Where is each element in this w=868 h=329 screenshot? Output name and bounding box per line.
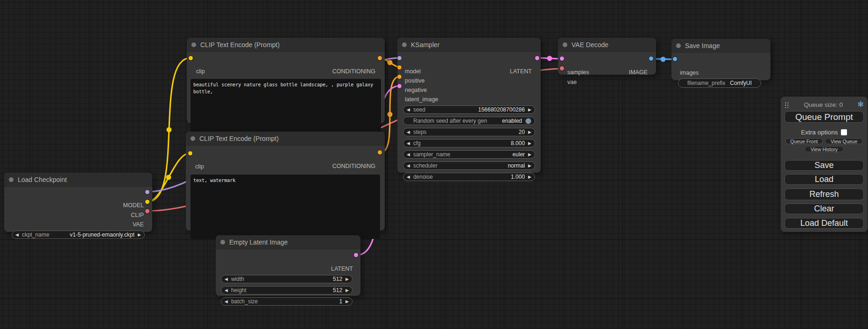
decrement-arrow-icon[interactable]: ◀	[225, 277, 228, 281]
increment-arrow-icon[interactable]: ▶	[528, 175, 531, 179]
input-port-vae[interactable]	[560, 66, 564, 70]
increment-arrow-icon[interactable]: ▶	[528, 141, 531, 146]
input-label-clip: clip	[196, 68, 205, 75]
output-port-clip[interactable]	[145, 200, 149, 204]
view-history-button[interactable]: View History	[804, 146, 844, 152]
widget-cfg[interactable]: ◀ cfg 8.000 ▶	[403, 139, 535, 147]
decrement-arrow-icon[interactable]: ◀	[407, 153, 410, 157]
gear-icon[interactable]: ✻	[858, 101, 864, 108]
prompt-textarea[interactable]: text, watermark	[191, 175, 380, 239]
decrement-arrow-icon[interactable]: ◀	[407, 108, 410, 112]
input-port-images[interactable]	[673, 57, 677, 61]
increment-arrow-icon[interactable]: ▶	[528, 153, 531, 157]
clear-button[interactable]: Clear	[784, 203, 864, 214]
extra-options-label: Extra options	[801, 129, 838, 136]
widget-denoise[interactable]: ◀ denoise 1.000 ▶	[403, 173, 535, 181]
widget-scheduler[interactable]: ◀ scheduler normal ▶	[403, 161, 535, 170]
node-save-image[interactable]: Save Image images filename_prefix ComfyU…	[671, 39, 770, 80]
widget-batch-size[interactable]: ◀ batch_size 1 ▶	[221, 297, 353, 306]
node-clip-text-encode-negative[interactable]: CLIP Text Encode (Prompt) clip CONDITION…	[186, 132, 385, 231]
collapse-dot-icon[interactable]	[402, 42, 407, 47]
widget-value: 156680208700286	[478, 106, 525, 113]
decrement-arrow-icon[interactable]: ◀	[407, 130, 410, 134]
node-title-bar[interactable]: Save Image	[671, 39, 770, 53]
load-default-button[interactable]: Load Default	[784, 218, 864, 229]
node-title-bar[interactable]: CLIP Text Encode (Prompt)	[186, 132, 385, 146]
decrement-arrow-icon[interactable]: ◀	[407, 175, 410, 179]
increment-arrow-icon[interactable]: ▶	[346, 277, 349, 281]
node-clip-text-encode-positive[interactable]: CLIP Text Encode (Prompt) clip CONDITION…	[187, 38, 385, 123]
node-title-bar[interactable]: KSampler	[397, 38, 541, 52]
increment-arrow-icon[interactable]: ▶	[138, 233, 141, 237]
input-label-model: model	[405, 68, 421, 75]
node-title-bar[interactable]: VAE Decode	[558, 38, 656, 52]
queue-front-button[interactable]: Queue Front	[785, 138, 823, 144]
input-port-clip[interactable]	[189, 56, 193, 60]
output-label-model: MODEL	[123, 202, 144, 209]
decrement-arrow-icon[interactable]: ◀	[15, 233, 19, 237]
output-port-latent[interactable]	[535, 56, 539, 60]
prompt-textarea[interactable]: beautiful scenery nature glass bottle la…	[191, 79, 381, 133]
collapse-dot-icon[interactable]	[676, 43, 681, 48]
node-graph-canvas[interactable]: Load Checkpoint MODEL CLIP VAE ◀ ckpt_na…	[0, 0, 868, 329]
toggle-dot[interactable]	[525, 118, 531, 124]
refresh-button[interactable]: Refresh	[784, 189, 864, 200]
output-label-clip: CLIP	[131, 212, 144, 218]
widget-label: sampler_name	[413, 151, 450, 158]
decrement-arrow-icon[interactable]: ◀	[407, 141, 410, 146]
node-vae-decode[interactable]: VAE Decode samples vae IMAGE	[558, 38, 656, 75]
output-port-conditioning[interactable]	[378, 150, 382, 154]
output-port-model[interactable]	[145, 190, 149, 194]
widget-value: 1	[339, 298, 342, 305]
input-port-negative[interactable]	[397, 75, 402, 79]
collapse-dot-icon[interactable]	[220, 240, 225, 245]
collapse-dot-icon[interactable]	[191, 42, 196, 47]
increment-arrow-icon[interactable]: ▶	[346, 300, 349, 304]
save-button[interactable]: Save	[784, 160, 864, 171]
increment-arrow-icon[interactable]: ▶	[346, 288, 349, 293]
decrement-arrow-icon[interactable]: ◀	[225, 288, 228, 293]
node-title-bar[interactable]: CLIP Text Encode (Prompt)	[187, 38, 385, 52]
collapse-dot-icon[interactable]	[9, 177, 14, 182]
widget-seed[interactable]: ◀ seed 156680208700286 ▶	[403, 105, 535, 114]
node-empty-latent-image[interactable]: Empty Latent Image LATENT ◀ width 512 ▶ …	[216, 235, 360, 296]
load-button[interactable]: Load	[784, 174, 864, 185]
decrement-arrow-icon[interactable]: ◀	[225, 300, 228, 304]
drag-handle-icon[interactable]	[784, 101, 789, 108]
node-ksampler[interactable]: KSampler model positive negative latent_…	[397, 38, 541, 173]
output-port-image[interactable]	[649, 56, 653, 61]
view-queue-button[interactable]: View Queue	[825, 138, 863, 144]
output-port-conditioning[interactable]	[378, 56, 382, 60]
widget-random-seed-toggle[interactable]: Random seed after every gen enabled	[403, 117, 535, 125]
queue-prompt-button[interactable]: Queue Prompt	[784, 111, 864, 123]
input-port-clip[interactable]	[188, 151, 192, 155]
widget-height[interactable]: ◀ height 512 ▶	[221, 286, 353, 294]
node-title: VAE Decode	[572, 41, 608, 49]
increment-arrow-icon[interactable]: ▶	[528, 164, 531, 168]
decrement-arrow-icon[interactable]: ◀	[407, 164, 410, 168]
widget-sampler-name[interactable]: ◀ sampler_name euler ▶	[403, 150, 535, 159]
input-port-latent-image[interactable]	[397, 84, 402, 88]
widget-label: ckpt_name	[22, 231, 49, 238]
widget-value: 1.000	[511, 174, 525, 180]
node-title-bar[interactable]: Empty Latent Image	[216, 235, 360, 249]
input-port-samples[interactable]	[560, 56, 564, 61]
input-port-positive[interactable]	[397, 65, 402, 70]
widget-filename-prefix[interactable]: filename_prefix ComfyUI	[678, 78, 761, 88]
node-title-bar[interactable]: Load Checkpoint	[4, 173, 152, 187]
widget-label: steps	[413, 129, 427, 135]
output-port-latent[interactable]	[354, 253, 358, 257]
increment-arrow-icon[interactable]: ▶	[528, 130, 531, 134]
queue-menu-panel: Queue size: 0 ✻ Queue Prompt Extra optio…	[781, 97, 868, 232]
node-load-checkpoint[interactable]: Load Checkpoint MODEL CLIP VAE ◀ ckpt_na…	[4, 173, 152, 232]
widget-width[interactable]: ◀ width 512 ▶	[221, 275, 353, 283]
collapse-dot-icon[interactable]	[563, 42, 567, 47]
widget-ckpt-name[interactable]: ◀ ckpt_name v1-5-pruned-emaonly.ckpt ▶	[12, 231, 145, 239]
collapse-dot-icon[interactable]	[191, 136, 195, 141]
increment-arrow-icon[interactable]: ▶	[528, 108, 531, 112]
extra-options-checkbox[interactable]	[841, 129, 847, 135]
widget-label: Random seed after every gen	[413, 118, 487, 124]
output-port-vae[interactable]	[145, 209, 149, 213]
widget-steps[interactable]: ◀ steps 20 ▶	[403, 128, 535, 136]
input-port-model[interactable]	[397, 56, 402, 60]
